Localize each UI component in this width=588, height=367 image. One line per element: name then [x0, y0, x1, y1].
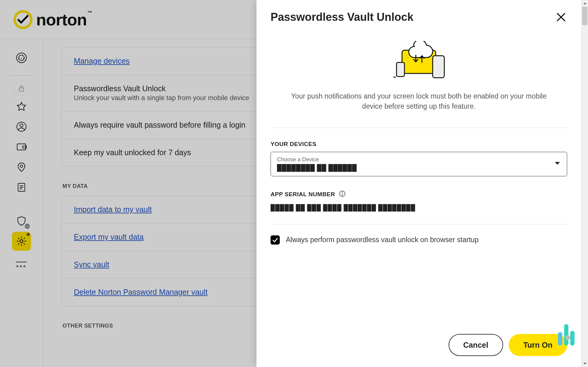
close-icon — [556, 12, 566, 22]
svg-rect-16 — [396, 62, 404, 77]
device-select-value: ████████ ██ ██████ — [277, 164, 561, 171]
scrollbar[interactable] — [581, 0, 588, 367]
startup-unlock-checkbox[interactable] — [271, 235, 280, 245]
devices-section-label: YOUR DEVICES — [271, 141, 567, 148]
serial-section-label: APP SERIAL NUMBER — [271, 190, 567, 199]
passwordless-unlock-modal: Passwordless Vault Unlock Your push — [256, 0, 581, 367]
startup-unlock-label: Always perform passwordless vault unlock… — [286, 236, 479, 244]
chevron-down-icon — [555, 161, 560, 167]
scroll-thumb[interactable] — [582, 7, 587, 25]
scroll-up-button[interactable] — [582, 0, 588, 7]
modal-description: Your push notifications and your screen … — [289, 91, 549, 112]
devices-cloud-icon — [390, 41, 448, 81]
svg-rect-21 — [342, 193, 343, 196]
svg-point-20 — [342, 192, 343, 193]
check-icon — [272, 237, 278, 243]
divider — [271, 128, 567, 128]
device-select-hint: Choose a Device — [277, 156, 561, 163]
svg-rect-17 — [433, 56, 444, 78]
modal-title: Passwordless Vault Unlock — [271, 11, 413, 24]
device-select[interactable]: Choose a Device ████████ ██ ██████ — [271, 152, 567, 176]
scroll-down-button[interactable] — [582, 360, 588, 367]
cancel-button[interactable]: Cancel — [449, 334, 503, 356]
divider — [271, 224, 567, 224]
info-icon[interactable] — [339, 190, 346, 199]
close-button[interactable] — [554, 10, 568, 24]
serial-value: █████ ██ ███ ████ ███████ ████████ — [271, 204, 567, 211]
floating-widget-icon[interactable] — [554, 322, 578, 346]
